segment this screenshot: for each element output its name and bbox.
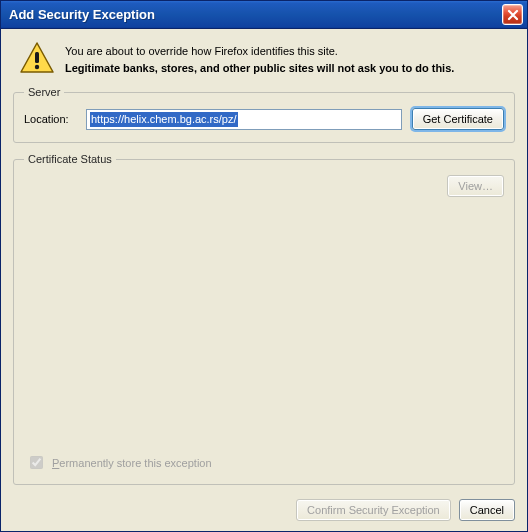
view-button: View… [447, 175, 504, 197]
confirm-button: Confirm Security Exception [296, 499, 451, 521]
warning-section: You are about to override how Firefox id… [13, 41, 515, 76]
close-button[interactable] [502, 4, 523, 25]
permanent-store-label: Permanently store this exception [52, 457, 212, 469]
server-fieldset: Server Location: https://helix.chem.bg.a… [13, 86, 515, 143]
dialog-content: You are about to override how Firefox id… [1, 29, 527, 531]
warning-icon [19, 41, 55, 75]
location-input-value: https://helix.chem.bg.ac.rs/pz/ [90, 112, 238, 127]
warning-line2: Legitimate banks, stores, and other publ… [65, 60, 454, 77]
svg-point-1 [35, 65, 39, 69]
warning-line1: You are about to override how Firefox id… [65, 43, 454, 60]
cert-status-legend: Certificate Status [24, 153, 116, 165]
cancel-button[interactable]: Cancel [459, 499, 515, 521]
permanent-store-checkbox [30, 456, 43, 469]
svg-rect-0 [35, 52, 39, 63]
window-title: Add Security Exception [9, 7, 502, 22]
titlebar: Add Security Exception [1, 1, 527, 29]
permanent-store-row: Permanently store this exception [24, 453, 504, 472]
cert-status-fieldset: Certificate Status View… Permanently sto… [13, 153, 515, 485]
location-label: Location: [24, 113, 76, 125]
server-legend: Server [24, 86, 64, 98]
close-icon [507, 9, 519, 21]
warning-text: You are about to override how Firefox id… [65, 41, 454, 76]
get-certificate-button[interactable]: Get Certificate [412, 108, 504, 130]
dialog-window: Add Security Exception You are about to … [0, 0, 528, 532]
dialog-footer: Confirm Security Exception Cancel [13, 495, 515, 521]
location-input[interactable]: https://helix.chem.bg.ac.rs/pz/ [86, 109, 402, 130]
cert-status-section: Certificate Status View… Permanently sto… [13, 153, 515, 495]
